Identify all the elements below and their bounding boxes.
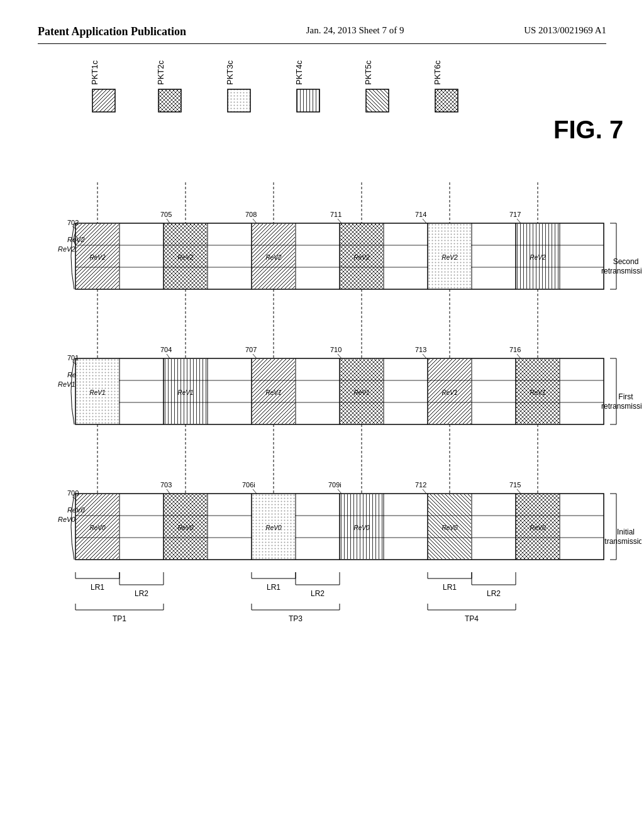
- svg-line-122: [338, 489, 341, 494]
- svg-text:retransmission: retransmission: [601, 402, 641, 411]
- lr1-label-3: LR1: [443, 583, 457, 592]
- svg-text:ReV0: ReV0: [530, 524, 545, 531]
- svg-text:ReV2: ReV2: [353, 254, 369, 261]
- svg-line-42: [167, 219, 170, 223]
- patent-number: US 2013/0021969 A1: [524, 25, 606, 36]
- svg-line-124: [517, 489, 521, 494]
- label-708: 708: [245, 211, 257, 218]
- svg-text:ReV1: ReV1: [441, 389, 457, 396]
- svg-rect-9: [297, 89, 319, 112]
- svg-text:ReV1: ReV1: [353, 389, 369, 396]
- svg-line-83: [338, 354, 341, 358]
- svg-text:PKT1c: PKT1c: [90, 60, 99, 85]
- svg-line-123: [423, 489, 426, 494]
- svg-text:transmission: transmission: [604, 537, 641, 546]
- svg-text:ReV2: ReV2: [177, 254, 193, 261]
- svg-text:ReV2: ReV2: [89, 254, 105, 261]
- svg-text:ReV2: ReV2: [58, 245, 75, 253]
- svg-rect-5: [158, 89, 181, 112]
- lr2-label-2: LR2: [311, 589, 325, 598]
- svg-text:ReV1: ReV1: [58, 380, 75, 388]
- svg-line-45: [423, 219, 426, 223]
- svg-line-44: [338, 219, 341, 223]
- svg-text:ReV0: ReV0: [177, 524, 193, 531]
- svg-text:ReV1: ReV1: [530, 389, 545, 396]
- svg-text:ReV1: ReV1: [177, 389, 193, 396]
- label-713: 713: [415, 346, 426, 353]
- svg-text:ReV0: ReV0: [89, 524, 105, 531]
- pkt5c-legend: PKT5c: [364, 60, 389, 112]
- lr1-label-1: LR1: [91, 583, 104, 592]
- label-703: 703: [160, 481, 172, 489]
- label-706i: 706i: [242, 481, 255, 489]
- svg-line-120: [167, 489, 170, 494]
- fig-label: FIG. 7: [553, 116, 623, 143]
- label-715: 715: [509, 481, 521, 489]
- tp3-label: TP3: [289, 614, 303, 623]
- svg-text:ReV1: ReV1: [89, 389, 105, 396]
- label-709i: 709i: [328, 481, 341, 489]
- pkt3c-legend: PKT3c: [225, 60, 250, 112]
- svg-text:PKT3c: PKT3c: [225, 60, 235, 85]
- svg-text:ReV2: ReV2: [530, 254, 545, 261]
- svg-line-43: [253, 219, 257, 223]
- svg-line-81: [167, 354, 170, 358]
- svg-text:ReV1: ReV1: [265, 389, 281, 396]
- svg-text:ReV0: ReV0: [265, 524, 281, 531]
- svg-text:ReV0: ReV0: [441, 524, 457, 531]
- svg-line-46: [517, 219, 521, 223]
- label-712: 712: [415, 481, 426, 489]
- pkt6c-legend: PKT6c: [433, 60, 458, 112]
- svg-text:ReV2: ReV2: [265, 254, 281, 261]
- label-704: 704: [160, 346, 172, 353]
- svg-rect-7: [228, 89, 250, 112]
- tp1-label: TP1: [113, 614, 126, 623]
- label-707: 707: [245, 346, 257, 353]
- svg-text:ReV2: ReV2: [441, 254, 457, 261]
- svg-line-85: [517, 354, 521, 358]
- tp4-label: TP4: [465, 614, 479, 623]
- sheet-info: Jan. 24, 2013 Sheet 7 of 9: [306, 25, 404, 36]
- pkt2c-legend: PKT2c: [156, 60, 181, 112]
- label-711: 711: [330, 211, 341, 218]
- initial-trans-label: Initial: [617, 528, 635, 536]
- svg-text:retransmission: retransmission: [601, 267, 641, 275]
- label-714: 714: [415, 211, 426, 218]
- svg-text:ReV0: ReV0: [58, 516, 75, 523]
- svg-rect-3: [92, 89, 115, 112]
- pkt1c-legend: PKT1c: [90, 60, 115, 112]
- svg-line-82: [253, 354, 257, 358]
- second-retrans-label: Second: [613, 257, 639, 266]
- publication-label: Patent Application Publication: [38, 25, 186, 38]
- label-702: 702: [67, 219, 79, 226]
- label-700: 700: [67, 489, 79, 497]
- lr1-label-2: LR1: [267, 583, 280, 592]
- label-716: 716: [509, 346, 521, 353]
- label-701: 701: [67, 354, 79, 362]
- label-705: 705: [160, 211, 172, 218]
- svg-text:PKT6c: PKT6c: [433, 60, 442, 85]
- svg-text:PKT2c: PKT2c: [156, 60, 165, 85]
- pkt4c-legend: PKT4c: [294, 60, 319, 112]
- diagram-area: PKT1c PKT2c PKT3c PKT4c PKT5c: [38, 57, 606, 799]
- svg-text:ReV0: ReV0: [353, 524, 369, 531]
- svg-text:PKT5c: PKT5c: [364, 60, 373, 85]
- svg-line-84: [423, 354, 426, 358]
- svg-rect-11: [366, 89, 389, 112]
- lr2-label-1: LR2: [135, 589, 148, 598]
- main-diagram: PKT1c PKT2c PKT3c PKT4c PKT5c: [38, 57, 641, 799]
- page: Patent Application Publication Jan. 24, …: [0, 0, 644, 830]
- svg-text:PKT4c: PKT4c: [294, 60, 304, 85]
- label-717: 717: [509, 211, 521, 218]
- label-710: 710: [330, 346, 341, 353]
- svg-line-121: [253, 489, 257, 494]
- svg-rect-13: [435, 89, 458, 112]
- page-header: Patent Application Publication Jan. 24, …: [38, 25, 606, 44]
- first-retrans-label: First: [618, 392, 633, 401]
- lr2-label-3: LR2: [487, 589, 501, 598]
